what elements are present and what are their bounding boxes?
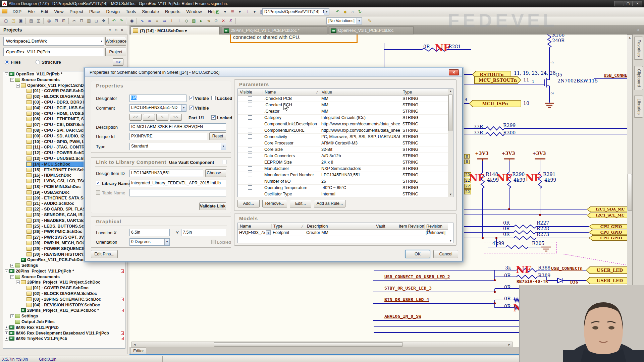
menu-window[interactable]: Window — [183, 7, 205, 16]
model-col-2[interactable]: Type ∕ — [271, 224, 305, 230]
tree-expander-icon[interactable]: − — [10, 275, 14, 279]
open-icon[interactable]: ◰ — [10, 17, 17, 24]
tree-item[interactable]: [02] - BLOCK DIAGRAM.SchDoc — [3, 291, 125, 297]
tab-dropdown-icon[interactable]: ▾ — [184, 28, 187, 33]
select-area-icon[interactable]: ◻ — [93, 17, 100, 24]
tree-expander-icon[interactable]: − — [5, 269, 8, 273]
orientation-combo[interactable]: 0 Degrees▾ — [129, 238, 170, 246]
param-visible-checkbox[interactable] — [248, 185, 252, 190]
right-tab-clipboard[interactable]: Clipboard — [634, 66, 643, 90]
param-visible-checkbox[interactable] — [248, 166, 252, 171]
cancel-button[interactable]: Cancel — [433, 250, 458, 258]
project-button[interactable]: Project — [105, 48, 126, 56]
use-vault-checkbox[interactable] — [222, 160, 226, 164]
param-col-name[interactable]: Name ∕ — [263, 90, 320, 96]
parameter-row[interactable]: ConnectivityI²C, Microwire, SPI, SSI, SS… — [238, 134, 448, 140]
param-visible-checkbox[interactable] — [248, 122, 252, 126]
param-visible-checkbox[interactable] — [248, 147, 252, 152]
filter-icon[interactable]: ◉ — [128, 17, 135, 24]
place-port-icon[interactable]: ⊲ — [205, 17, 212, 24]
tab-1[interactable]: (7) [14] - MCU.SchDoc ▾ — [131, 26, 220, 35]
tree-expander-icon[interactable]: + — [5, 331, 8, 335]
scroll-left-icon[interactable]: ◄ — [133, 343, 136, 346]
menu-view[interactable]: View — [51, 7, 67, 16]
layer-sets-icon[interactable]: ≣ — [229, 8, 236, 15]
scroll-down-icon[interactable]: ▼ — [449, 239, 452, 242]
combo-arrow-icon[interactable]: ▾ — [324, 9, 329, 15]
tab-2[interactable]: 28Pins_Project_V1I1_PCB.PcbDoc * — [222, 26, 327, 35]
comment-combo[interactable]: LPC1345FHN33,551-ND▾ — [129, 104, 186, 112]
param-visible-checkbox[interactable] — [248, 192, 252, 196]
menu-edit[interactable]: Edit — [38, 7, 51, 16]
designator-locked-checkbox[interactable] — [211, 96, 216, 100]
tree-expander-icon[interactable]: − — [16, 281, 20, 284]
unique-id-field[interactable]: PXINRVRE — [129, 133, 207, 140]
workspace-button[interactable]: Workspace — [105, 37, 126, 46]
files-radio[interactable]: Files — [5, 60, 21, 65]
dialog-title-bar[interactable]: Properties for Schematic Component in Sh… — [85, 68, 462, 77]
dropdown-icon[interactable]: ▾ — [222, 8, 228, 15]
table-name-field[interactable] — [129, 189, 226, 196]
param-visible-checkbox[interactable] — [248, 109, 252, 113]
models-table[interactable]: NameType ∕DescriptionVaultItem RevisionR… — [237, 223, 453, 243]
port-mcu-ispn[interactable]: MCU_ISPn — [469, 100, 521, 107]
tree-item[interactable]: +iMX6 TinyRex V1I1.PrjPcbx — [3, 336, 125, 342]
workspace-combo[interactable]: Workspace1.DsnWrk ▾ — [3, 37, 104, 46]
parameters-scrollbar[interactable]: ▲ ▼ — [448, 89, 453, 197]
part-nav-button[interactable]: < — [143, 114, 155, 121]
param-visible-checkbox[interactable] — [248, 115, 252, 120]
type-combo[interactable]: Standard▾ — [129, 143, 226, 150]
model-col-5[interactable]: Item Revision — [397, 224, 424, 230]
tree-item[interactable]: +Settings — [3, 313, 125, 319]
back-icon[interactable]: ↶ — [334, 8, 341, 15]
designator-visible-checkbox[interactable] — [189, 96, 194, 100]
zoom-window-icon[interactable]: ◎ — [46, 17, 52, 24]
tree-expander-icon[interactable]: + — [10, 314, 14, 318]
panel-view-options-button[interactable]: ⇅▾ — [113, 58, 123, 66]
part-locked-checkbox[interactable] — [211, 115, 216, 120]
move-icon[interactable]: ✥ — [100, 17, 107, 24]
tree-item[interactable]: 28Pins_Project_V1I1_PCB.PcbDoc *x — [3, 308, 125, 313]
tree-expander-icon[interactable]: + — [5, 326, 8, 329]
parameters-table-header[interactable]: VisibleName ∕ValueType — [238, 89, 448, 96]
location-x-field[interactable]: 6.5in — [129, 229, 170, 236]
parameter-row[interactable]: ManufacturerNXP SemiconductorsSTRING — [238, 166, 448, 172]
scroll-up-icon[interactable]: ▲ — [449, 89, 452, 93]
structure-radio[interactable]: Structure — [36, 60, 61, 65]
param-visible-checkbox[interactable] — [248, 179, 252, 183]
zoom-area-icon[interactable]: ⊞ — [60, 17, 67, 24]
port-i2c1-scl[interactable]: I2C1_SCL_MC — [587, 213, 634, 218]
parameter-row[interactable]: .Checked SCHMMSTRING — [238, 102, 448, 108]
param-visible-checkbox[interactable] — [248, 96, 252, 101]
port-user-led[interactable]: USER_LED — [586, 266, 634, 274]
parameter-row[interactable]: Manufacturer Part NumberLPC1345FHN33,551… — [238, 172, 448, 178]
models-table-header[interactable]: NameType ∕DescriptionVaultItem RevisionR… — [238, 223, 448, 230]
sheet-entry-icon[interactable]: ▸ — [198, 17, 205, 24]
tree-expander-icon[interactable]: − — [5, 72, 8, 76]
model-row[interactable]: HVQFN33_7x7mFootprintCreator MM[Unknown]… — [238, 230, 448, 236]
parameter-row[interactable]: CategoryIntegrated Circuits (ICs)STRING — [238, 115, 448, 121]
part-nav-button[interactable]: >> — [170, 114, 182, 121]
right-tab-libraries[interactable]: Libraries — [634, 96, 643, 118]
cross-probe-icon[interactable]: ✗ — [227, 17, 234, 24]
parameter-row[interactable]: ComponentLink1Descriptionhttp://www.nxp.… — [238, 121, 448, 127]
right-tab-favorites[interactable]: Favorites — [634, 37, 643, 60]
tree-item[interactable]: −28Pins_Project_V1I1.PrjPcb *x — [3, 268, 125, 274]
param-visible-checkbox[interactable] — [248, 128, 252, 132]
validate-link-button[interactable]: Validate Link — [199, 202, 226, 210]
library-name-checkbox[interactable] — [96, 181, 100, 185]
tab-overflow-icon[interactable]: » — [637, 27, 639, 32]
menu-simulate[interactable]: Simulate — [139, 7, 162, 16]
model-col-1[interactable]: Name — [238, 224, 271, 230]
tree-item[interactable]: −Source Documents — [3, 274, 125, 280]
menu-reports[interactable]: Reports — [162, 7, 183, 16]
menu-design[interactable]: Design — [103, 7, 123, 16]
param-col-visible[interactable]: Visible — [238, 90, 263, 96]
menu-project[interactable]: Project — [67, 7, 86, 16]
tree-item[interactable]: [01] - COVER PAGE.SchDoc — [3, 285, 125, 291]
paste-icon[interactable]: ▥ — [86, 17, 92, 24]
tree-item[interactable]: +iMX6 Rex V1I1.PrjPcb — [3, 325, 125, 330]
remove-button[interactable]: Remove... — [262, 200, 287, 207]
parameter-row[interactable]: Oscillator TypeInternalSTRING — [238, 191, 448, 197]
edit-pins-button[interactable]: Edit Pins... — [91, 250, 118, 258]
